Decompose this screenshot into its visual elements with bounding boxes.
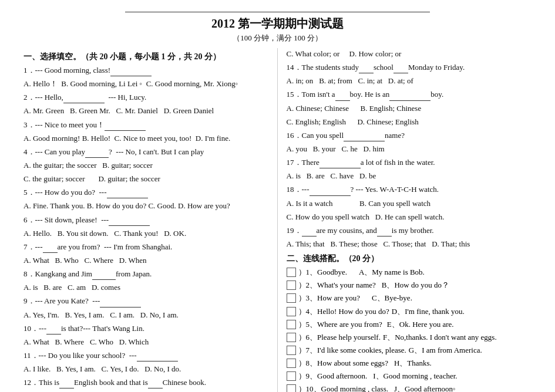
- match-text-6: Please help yourself.: [317, 332, 381, 343]
- question-7: 7．---are you from? --- I'm from Shanghai…: [23, 241, 268, 253]
- q15-opt-d: D. Chinese; English: [357, 117, 418, 126]
- q15-text: 15．Tom isn't aboy. He is anboy.: [287, 90, 444, 99]
- q18-text: 18．---? --- Yes. W-A-T-C-H watch.: [287, 185, 439, 194]
- q11-opt-b: B. Yes, I am.: [56, 364, 99, 373]
- q6-opt-d: D. OK.: [164, 229, 186, 238]
- question-16: 16．Can you spellname?: [287, 130, 532, 141]
- match-num-8: ）8、: [298, 357, 318, 369]
- match-row-8: ）8、 How about some eggs? H、Thanks.: [287, 357, 527, 369]
- match-ans-f: F、No,thanks. I don't want any eggs.: [381, 332, 527, 343]
- q1-text: 1．--- Good morning, class!: [23, 66, 152, 75]
- q6-opt-a: A. Hello.: [23, 229, 56, 238]
- question-11: 11．--- Do you like your school? ---: [23, 350, 268, 361]
- match-text-2: What's your name?: [317, 279, 376, 291]
- q18-opt-a: A. Is it a watch: [287, 199, 358, 208]
- match-row-7: ）7、 I'd like some cookies, please. G、I a…: [287, 344, 527, 356]
- q8-opt-c: C. am: [68, 283, 90, 292]
- q6-opts: A. Hello. B. You sit down. C. Thank you!…: [23, 228, 268, 239]
- q11-opt-d: D. No, I do.: [144, 364, 181, 373]
- match-paren-3: [287, 293, 296, 303]
- q15-opt-c: C. English; English: [287, 117, 356, 126]
- q19-opts1: A. This; that B. These; those C. Those; …: [287, 238, 532, 250]
- match-ans-g: G、I am from America.: [406, 344, 527, 356]
- match-text-4: Hello! How do you do?: [317, 306, 389, 317]
- match-ans-i: I、Good morning , teacher.: [367, 370, 527, 382]
- exam-page: 2012 第一学期期中测试题 （100 分钟，满分 100 分） 一、选择填空。…: [0, 0, 555, 392]
- match-paren-8: [287, 359, 296, 368]
- q16-opt-b: B. your: [313, 144, 340, 153]
- matching-section: ）1、 Goodbye. A、My name is Bob. ）2、 What'…: [287, 266, 532, 392]
- q6-text: 6．--- Sit down, please! ---: [23, 215, 150, 224]
- q4-opt-b: B. guitar; soccer: [102, 161, 153, 170]
- match-num-5: ）5、: [298, 319, 318, 330]
- q2-opts: A. Mr. Green B. Green Mr. C. Mr. Daniel …: [23, 105, 268, 117]
- match-ans-a: A、My name is Bob.: [347, 266, 527, 278]
- q3-opt-a: A. Good morning! B. Hello! C. Nice to me…: [23, 134, 230, 143]
- q9-opt-c: C. I am.: [110, 310, 138, 319]
- question-3: 3．--- Nice to meet you！: [23, 119, 268, 131]
- question-19: 19．are my cousins, andis my brother.: [287, 225, 532, 236]
- q5-opt-a: A. Fine. Thank you. B. How do you do? C.…: [23, 201, 230, 210]
- q1-opt-b: B. Good morning, Li Lei ◦: [61, 79, 144, 88]
- q10-opt-a: A. What: [23, 337, 53, 346]
- q7-opt-a: A. What: [23, 256, 53, 265]
- q19-opt-a: A. This; that: [287, 239, 329, 248]
- match-row-9: ）9、 Good afternoon. I、Good morning , tea…: [287, 370, 527, 382]
- match-ans-h: H、Thanks.: [388, 357, 527, 369]
- match-text-1: Goodbye.: [317, 266, 347, 278]
- q9-opt-d: D. No, I am.: [140, 310, 179, 319]
- q17-opt-d: D. be: [359, 171, 376, 180]
- q9-text: 9．--- Are you Kate? ---: [23, 296, 141, 305]
- match-text-9: Good afternoon.: [317, 370, 367, 382]
- match-paren-6: [287, 333, 296, 342]
- q5-opts: A. Fine. Thank you. B. How do you do? C.…: [23, 200, 268, 212]
- match-num-3: ）3、: [298, 292, 318, 304]
- question-2: 2．--- Hello, --- Hi, Lucy.: [23, 92, 268, 103]
- q4-opt-d: D. guitar; the soccer: [98, 174, 160, 183]
- q11-opt-a: A. I like.: [23, 364, 55, 373]
- question-8: 8．Kangkang and Jimfrom Japan.: [23, 268, 268, 280]
- q3-opts: A. Good morning! B. Hello! C. Nice to me…: [23, 133, 268, 144]
- q18-opts2: C. How do you spell watch D. He can spel…: [287, 211, 532, 223]
- q17-opt-a: A. is: [287, 171, 305, 180]
- q18-opt-b: B. Can you spell watch: [359, 199, 430, 208]
- q14-text: 14．The students studyschoolMonday to Fri…: [287, 63, 465, 72]
- match-num-7: ）7、: [298, 344, 318, 356]
- question-17: 17．Therea lot of fish in the water.: [287, 157, 532, 168]
- q15-opt-a: A. Chinese; Chinese: [287, 104, 359, 113]
- match-paren-5: [287, 320, 296, 329]
- q2-text: 2．--- Hello, --- Hi, Lucy.: [23, 93, 146, 102]
- q4-opts2: C. the guitar; soccer D. guitar; the soc…: [23, 173, 268, 185]
- q4-opt-a: A. the guitar; the soccer: [23, 161, 100, 170]
- q7-opt-b: B. Who: [55, 256, 83, 265]
- question-5: 5．--- How do you do? ---: [23, 187, 268, 198]
- match-row-10: ）10、 Good morning , class. J、Good aftern…: [287, 383, 527, 392]
- match-row-2: ）2、 What's your name? B、How do you do？: [287, 279, 527, 291]
- q19-text: 19．are my cousins, andis my brother.: [287, 226, 434, 235]
- q7-opts: A. What B. Who C. Where D. When: [23, 255, 268, 266]
- q15-opts2: C. English; English D. Chinese; English: [287, 116, 532, 128]
- q13-opt-c: C. What color; or: [287, 49, 348, 58]
- q14-opt-c: C. in; at: [358, 76, 386, 85]
- q16-opts: A. you B. your C. he D. him: [287, 143, 532, 155]
- q17-opt-b: B. are: [307, 171, 329, 180]
- match-row-4: ）4、 Hello! How do you do? D、I'm fine, th…: [287, 306, 527, 317]
- question-14: 14．The students studyschoolMonday to Fri…: [287, 62, 532, 73]
- q15-opts1: A. Chinese; Chinese B. English; Chinese: [287, 103, 532, 114]
- section2-title: 二、连线搭配。（20 分）: [287, 254, 532, 264]
- q2-opt-b: B. Green Mr.: [70, 106, 114, 115]
- q10-opts: A. What B. Where C. Who D. Which: [23, 336, 268, 348]
- match-text-7: I'd like some cookies, please.: [317, 344, 406, 356]
- question-18: 18．---? --- Yes. W-A-T-C-H watch.: [287, 184, 532, 195]
- question-4: 4．--- Can you play? --- No, I can't. But…: [23, 146, 268, 158]
- q4-opts: A. the guitar; the soccer B. guitar; soc…: [23, 160, 268, 171]
- q10-opt-b: B. Where: [55, 337, 88, 346]
- match-text-3: How are you?: [317, 292, 360, 304]
- question-9: 9．--- Are you Kate? ---: [23, 295, 268, 307]
- right-column: C. What color; or D. How color; or 14．Th…: [278, 48, 532, 392]
- q6-opt-c: C. Thank you!: [114, 229, 162, 238]
- q5-text: 5．--- How do you do? ---: [23, 188, 148, 197]
- match-ans-d: D、I'm fine, thank you.: [389, 306, 527, 317]
- q4-text: 4．--- Can you play? --- No, I can't. But…: [23, 147, 204, 156]
- match-num-2: ）2、: [298, 279, 318, 291]
